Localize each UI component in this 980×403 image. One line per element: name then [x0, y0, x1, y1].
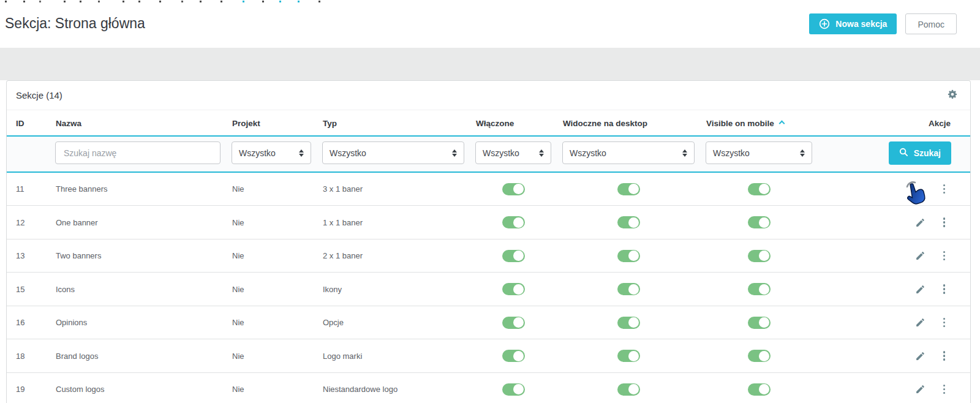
filter-row: Wszystko Wszystko Wszystko [7, 136, 970, 172]
row-type: Ikony [317, 273, 470, 306]
row-id: 15 [7, 273, 50, 306]
edit-button[interactable] [915, 384, 925, 394]
toggle-enabled[interactable] [502, 383, 525, 396]
row-name: Three banners [50, 172, 226, 206]
col-header-projekt[interactable]: Projekt [226, 110, 317, 136]
toggle-cell [557, 306, 700, 339]
toggle-visible_desktop[interactable] [617, 250, 640, 262]
row-id: 19 [7, 372, 50, 403]
row-actions [824, 383, 964, 396]
filter-select-projekt[interactable]: Wszystko [232, 141, 311, 164]
clipped-breadcrumb-strip [0, 0, 980, 4]
toggle-visible_mobile[interactable] [748, 183, 771, 195]
filter-select-wlaczone[interactable]: Wszystko [475, 141, 551, 164]
name-search-input[interactable] [55, 141, 221, 164]
row-id: 13 [7, 239, 50, 273]
filter-select-visible-mobile[interactable]: Wszystko [706, 141, 812, 164]
col-header-id[interactable]: ID [7, 110, 50, 136]
filter-select-widoczne-desktop[interactable]: Wszystko [562, 141, 695, 164]
row-name: Icons [50, 273, 226, 306]
toggle-enabled[interactable] [502, 250, 525, 262]
page-title: Sekcja: Strona główna [5, 15, 145, 32]
sort-asc-icon [778, 120, 785, 126]
actions-cell [818, 172, 970, 206]
row-menu-button[interactable] [940, 216, 949, 229]
table-row: 19Custom logosNieNiestandardowe logo [7, 372, 970, 403]
table-row: 16OpinionsNieOpcje [7, 306, 970, 339]
row-project: Nie [226, 239, 317, 273]
actions-cell [818, 273, 970, 306]
edit-button[interactable] [915, 284, 925, 295]
col-header-wlaczone[interactable]: Włączone [470, 110, 557, 136]
col-header-typ[interactable]: Typ [317, 110, 470, 136]
row-actions [824, 349, 964, 363]
toggle-visible_desktop[interactable] [617, 283, 640, 295]
toggle-cell [470, 306, 557, 339]
row-menu-button[interactable] [940, 316, 949, 330]
row-actions [824, 282, 964, 296]
toggle-visible_mobile[interactable] [748, 383, 771, 396]
toggle-cell [700, 172, 818, 206]
row-project: Nie [226, 339, 317, 373]
toggle-visible_desktop[interactable] [617, 216, 640, 228]
col-header-nazwa[interactable]: Nazwa [50, 110, 226, 136]
panel-title: Sekcje (14) [16, 90, 62, 100]
toggle-visible_desktop[interactable] [617, 317, 640, 329]
toggle-visible_mobile[interactable] [748, 350, 771, 362]
title-actions: Nowa sekcja Pomoc [809, 13, 957, 34]
select-arrows-icon [452, 149, 457, 157]
select-arrows-icon [682, 149, 687, 157]
sections-panel: Sekcje (14) [6, 80, 971, 403]
row-menu-button[interactable] [940, 282, 949, 296]
row-menu-button[interactable] [940, 183, 949, 196]
toggle-enabled[interactable] [502, 317, 525, 329]
filter-select-typ[interactable]: Wszystko [322, 141, 464, 164]
edit-button[interactable] [915, 250, 925, 261]
toggle-enabled[interactable] [502, 350, 525, 362]
toggle-cell [700, 339, 818, 373]
row-id: 16 [7, 306, 50, 339]
select-arrows-icon [800, 149, 805, 157]
toggle-visible_desktop[interactable] [617, 383, 640, 396]
toggle-visible_mobile[interactable] [748, 216, 771, 228]
new-section-button[interactable]: Nowa sekcja [809, 13, 897, 34]
row-project: Nie [226, 372, 317, 403]
edit-button[interactable] [915, 351, 925, 361]
col-header-visible-mobile[interactable]: Visible on mobile [700, 110, 818, 136]
toggle-enabled[interactable] [502, 216, 525, 228]
search-button[interactable]: Szukaj [889, 141, 951, 165]
toggle-enabled[interactable] [502, 283, 525, 295]
col-header-akcje: Akcje [818, 110, 970, 136]
actions-cell [818, 239, 970, 273]
row-actions [824, 216, 964, 229]
actions-cell [818, 206, 970, 239]
toggle-visible_desktop[interactable] [617, 350, 640, 362]
row-id: 12 [7, 206, 50, 239]
row-name: One banner [50, 206, 226, 239]
toggle-visible_desktop[interactable] [617, 183, 640, 195]
edit-button[interactable] [915, 317, 925, 328]
toggle-cell [470, 239, 557, 273]
toggle-enabled[interactable] [502, 183, 525, 195]
toggle-visible_mobile[interactable] [748, 317, 771, 329]
select-arrows-icon [299, 149, 304, 157]
toggle-cell [557, 239, 700, 273]
pointer-cursor-icon [905, 181, 928, 206]
row-project: Nie [226, 206, 317, 239]
row-type: 2 x 1 baner [317, 239, 470, 273]
col-header-widoczne-desktop[interactable]: Widoczne na desktop [557, 110, 700, 136]
help-button[interactable]: Pomoc [905, 13, 957, 34]
row-menu-button[interactable] [940, 349, 949, 363]
toggle-cell [700, 306, 818, 339]
edit-button[interactable] [915, 217, 925, 228]
toggle-cell [470, 172, 557, 206]
row-menu-button[interactable] [940, 249, 949, 263]
row-menu-button[interactable] [940, 383, 949, 396]
table-row: 18Brand logosNieLogo marki [7, 339, 970, 373]
toggle-visible_mobile[interactable] [748, 250, 771, 262]
row-id: 11 [7, 172, 50, 206]
title-bar: Sekcja: Strona główna Nowa sekcja Pomoc [0, 4, 980, 48]
toggle-cell [557, 172, 700, 206]
toggle-visible_mobile[interactable] [748, 283, 771, 295]
grid-settings-button[interactable] [947, 89, 958, 102]
